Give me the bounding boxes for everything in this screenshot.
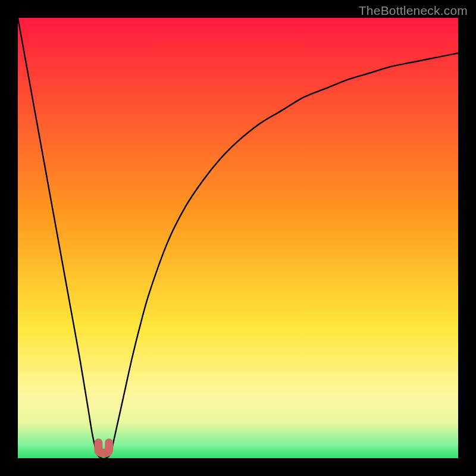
watermark-text: TheBottleneck.com <box>359 4 468 18</box>
chart-frame <box>0 0 476 476</box>
